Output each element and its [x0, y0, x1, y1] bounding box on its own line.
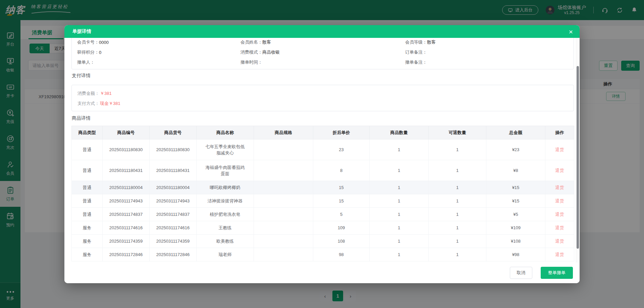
modal-scrollbar-thumb[interactable]	[577, 66, 579, 249]
member-field-label: 消费模式：	[240, 49, 262, 55]
goods-name-cell: 哪吒欧椰烤椰奶	[197, 181, 254, 194]
goods-col-sku: 商品货号	[150, 126, 197, 139]
order-detail-modal: 单据详情 × 会员卡号： 0000 会员姓名： 散客 会员等级： 散客 获得积分…	[64, 25, 580, 283]
refund-link[interactable]: 退货	[555, 185, 564, 190]
modal-header: 单据详情 ×	[64, 25, 580, 38]
refund-link[interactable]: 退货	[555, 225, 564, 230]
goods-spec-cell	[254, 248, 313, 261]
goods-code-cell: 20250311180830	[103, 139, 150, 160]
goods-qty-cell: 1	[370, 235, 429, 248]
refund-link[interactable]: 退货	[555, 252, 564, 257]
goods-code-cell: 20250311180431	[103, 160, 150, 181]
goods-price-cell: 23	[313, 139, 370, 160]
goods-col-action: 操作	[545, 126, 574, 139]
refund-link[interactable]: 退货	[555, 198, 564, 203]
payment-method-line: 支付方式： 现金￥381	[77, 101, 120, 107]
goods-spec-cell	[254, 181, 313, 194]
goods-code-cell: 20250311172846	[103, 248, 150, 261]
modal-title: 单据详情	[72, 28, 91, 35]
member-info-field: 撤单备注：	[405, 59, 568, 65]
goods-price-cell: 8	[313, 160, 370, 181]
goods-refundable-cell: 1	[429, 235, 486, 248]
payment-method-value: 现金￥381	[100, 101, 120, 107]
void-order-button[interactable]: 整单撤单	[541, 267, 573, 279]
member-field-value: 商品收银	[262, 49, 280, 55]
goods-sku-cell: 20250311172846	[150, 248, 197, 261]
goods-table-row: 服务 20250311174616 20250311174616 王教练 109…	[72, 221, 574, 235]
goods-type-cell: 普通	[72, 208, 103, 221]
refund-link[interactable]: 退货	[555, 168, 564, 173]
app-root: 纳客 纳客营店更轻松 进入后台 场馆体验账户 v1.25.25	[0, 0, 644, 308]
goods-table-row: 服务 20250311172846 20250311172846 瑞老师 98 …	[72, 248, 574, 261]
goods-total-cell: ¥8	[486, 160, 545, 181]
refund-link[interactable]: 退货	[555, 212, 564, 217]
member-field-label: 获得积分：	[77, 49, 99, 55]
goods-total-cell: ¥15	[486, 181, 545, 194]
member-field-value: 0000	[99, 40, 109, 45]
member-info-field: 撤单时间：	[240, 59, 405, 65]
member-info-field: 获得积分： 0	[77, 49, 240, 55]
goods-name-cell: 洁神搓澡搓背神器	[197, 194, 254, 208]
member-info-field: 消费模式： 商品收银	[240, 49, 405, 55]
goods-type-cell: 普通	[72, 194, 103, 208]
member-info-field: 会员卡号： 0000	[77, 39, 240, 45]
goods-total-cell: ¥23	[486, 139, 545, 160]
goods-spec-cell	[254, 208, 313, 221]
goods-name-cell: 欧美教练	[197, 235, 254, 248]
goods-price-cell: 5	[313, 208, 370, 221]
goods-name-cell: 瑞老师	[197, 248, 254, 261]
goods-col-name: 商品名称	[197, 126, 254, 139]
member-info-field: 订单备注：	[405, 49, 568, 55]
member-info-box: 会员卡号： 0000 会员姓名： 散客 会员等级： 散客 获得积分： 0 消费模…	[71, 38, 574, 69]
goods-table-row: 普通 20250311180431 20250311180431 海福盛牛肉面番…	[72, 160, 574, 181]
goods-spec-cell	[254, 221, 313, 235]
goods-price-cell: 108	[313, 235, 370, 248]
goods-spec-cell	[254, 194, 313, 208]
goods-qty-cell: 1	[370, 139, 429, 160]
goods-qty-cell: 1	[370, 194, 429, 208]
payment-section-title: 支付详情	[72, 73, 91, 79]
refund-link[interactable]: 退货	[555, 147, 564, 152]
refund-link[interactable]: 退货	[555, 239, 564, 244]
goods-qty-cell: 1	[370, 248, 429, 261]
goods-sku-cell: 20250311180830	[150, 139, 197, 160]
member-field-value: 0	[99, 50, 101, 55]
member-field-value: 散客	[427, 39, 436, 45]
member-info-field: 撤单人：	[77, 59, 240, 65]
goods-type-cell: 服务	[72, 221, 103, 235]
goods-col-total: 总金额	[486, 126, 545, 139]
goods-total-cell: ¥5	[486, 208, 545, 221]
goods-code-cell: 20250311174616	[103, 221, 150, 235]
goods-sku-cell: 20250311174616	[150, 221, 197, 235]
member-field-label: 会员卡号：	[77, 39, 99, 45]
goods-price-cell: 98	[313, 248, 370, 261]
goods-table-row: 普通 20250311180830 20250311180830 七年五季全麦欧…	[72, 139, 574, 160]
cancel-button[interactable]: 取消	[510, 267, 532, 279]
goods-name-cell: 七年五季全麦欧包低脂减夹心	[197, 139, 254, 160]
goods-sku-cell: 20250311180431	[150, 160, 197, 181]
goods-type-cell: 服务	[72, 235, 103, 248]
goods-spec-cell	[254, 235, 313, 248]
goods-spec-cell	[254, 139, 313, 160]
modal-scroll-area: 会员卡号： 0000 会员姓名： 散客 会员等级： 散客 获得积分： 0 消费模…	[64, 38, 580, 262]
member-field-label: 撤单时间：	[240, 59, 262, 65]
goods-name-cell: 王教练	[197, 221, 254, 235]
goods-refundable-cell: 1	[429, 139, 486, 160]
goods-table-row: 普通 20250311174837 20250311174837 植护肥皂洗衣皂…	[72, 208, 574, 221]
goods-sku-cell: 20250311174943	[150, 194, 197, 208]
member-field-label: 撤单备注：	[405, 59, 427, 65]
goods-code-cell: 20250311180004	[103, 181, 150, 194]
goods-header-row: 商品类型 商品编号 商品货号 商品名称 商品规格 折后单价 商品数量 可退数量 …	[72, 126, 574, 139]
goods-table-row: 服务 20250311174359 20250311174359 欧美教练 10…	[72, 235, 574, 248]
goods-price-cell: 15	[313, 181, 370, 194]
payment-amount-line: 消费金额： ￥381	[77, 90, 112, 97]
goods-type-cell: 服务	[72, 248, 103, 261]
goods-refundable-cell: 1	[429, 248, 486, 261]
goods-col-spec: 商品规格	[254, 126, 313, 139]
goods-col-type: 商品类型	[72, 126, 103, 139]
close-icon[interactable]: ×	[569, 25, 573, 38]
goods-refundable-cell: 1	[429, 221, 486, 235]
member-info-field: 会员姓名： 散客	[240, 39, 405, 45]
goods-name-cell: 植护肥皂洗衣皂	[197, 208, 254, 221]
goods-total-cell: ¥108	[486, 235, 545, 248]
